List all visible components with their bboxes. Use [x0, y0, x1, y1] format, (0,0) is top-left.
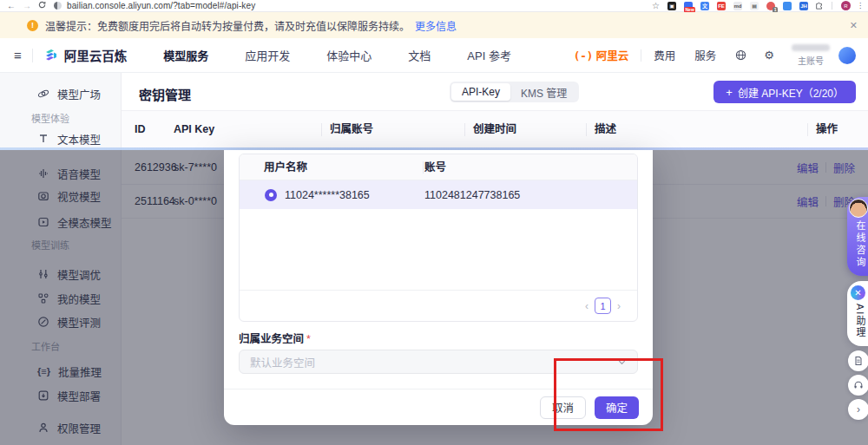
extension-icon-jh[interactable]: JH — [799, 2, 808, 10]
col-account: 账号 — [424, 154, 446, 180]
extension-icon-fe[interactable]: FE — [717, 2, 726, 10]
globe-icon[interactable] — [735, 49, 746, 61]
site-info-icon[interactable] — [54, 2, 62, 10]
app-root: ← → bailian.console.aliyun.com/?tab=mode… — [0, 0, 868, 445]
browser-profile-avatar[interactable]: R — [841, 1, 851, 10]
radio-selected-icon[interactable] — [265, 189, 277, 201]
extension-icon-md[interactable]: md — [733, 2, 742, 10]
toolbar-divider — [832, 2, 832, 10]
aliyun-logo-text: 阿里云 — [596, 50, 629, 62]
user-avatar[interactable] — [838, 47, 856, 64]
forward-icon[interactable]: → — [23, 2, 31, 10]
extension-icon[interactable]: ▣ — [667, 2, 676, 10]
top-navbar: ≡ 阿里云百炼 模型服务 应用开发 体验中心 文档 API 参考 (-) 阿里云… — [0, 38, 868, 73]
nav-divider — [32, 49, 33, 62]
annotation-red-rectangle — [554, 358, 663, 431]
user-name-value: 11024******38165 — [285, 189, 370, 201]
ai-assistant-icon — [851, 285, 865, 300]
banner-close-icon[interactable]: ✕ — [850, 20, 858, 31]
document-icon — [853, 356, 864, 366]
hamburger-menu-icon[interactable]: ≡ — [14, 48, 22, 62]
create-api-key-label: 创建 API-KEY（2/20） — [738, 85, 844, 100]
account-value: 1102481247738165 — [424, 189, 520, 201]
aliyun-logo[interactable]: (-) 阿里云 — [574, 47, 629, 63]
banner-more-info-link[interactable]: 更多信息 — [415, 18, 457, 33]
column-divider — [464, 123, 465, 136]
column-divider — [807, 123, 808, 136]
ai-assistant-label: AI助理 — [853, 304, 867, 338]
collapse-float-button[interactable]: › — [848, 399, 868, 420]
key-type-tabs: API-Key KMS 管理 — [450, 82, 579, 102]
brand-name: 阿里云百炼 — [64, 46, 128, 64]
workspace-field-label: 归属业务空间* — [239, 330, 311, 346]
translate-extension-icon[interactable]: 文 — [700, 2, 709, 10]
pagination: ‹ 1 › — [240, 290, 637, 321]
column-divider — [321, 123, 322, 136]
nav-item-experience-center[interactable]: 体验中心 — [326, 47, 372, 63]
user-select-table: 用户名称 账号 11024******38165 110248124773816… — [239, 154, 638, 322]
plus-icon: + — [726, 86, 733, 99]
table-header: ID API Key 归属账号 创建时间 描述 操作 — [122, 111, 868, 148]
sidebar-item-model-plaza[interactable]: 模型广场 — [0, 85, 122, 102]
workspace-label-text: 归属业务空间 — [239, 333, 304, 345]
nav-item-api-reference[interactable]: API 参考 — [467, 47, 511, 63]
column-divider — [586, 123, 587, 136]
nav-item-model-service[interactable]: 模型服务 — [163, 47, 208, 63]
banner-text: 温馨提示：免费额度用完后将自动转为按量付费，请及时充值以保障服务持续。 — [45, 18, 410, 33]
aliyun-bracket-icon: (-) — [574, 49, 594, 62]
col-id: ID — [135, 111, 146, 148]
nav-divider — [641, 49, 641, 62]
extension-icon-calendar[interactable]: ▤ — [750, 2, 759, 10]
tab-kms[interactable]: KMS 管理 — [510, 83, 577, 101]
page-next-icon[interactable]: › — [617, 300, 621, 312]
browser-toolbar: ← → bailian.console.aliyun.com/?tab=mode… — [0, 0, 868, 12]
extension-icon-new[interactable]: New — [684, 2, 693, 10]
headset-icon — [853, 380, 864, 390]
account-name-redacted — [792, 44, 830, 51]
warning-icon: ! — [27, 20, 38, 31]
col-description: 描述 — [595, 111, 616, 148]
page-header: 密钥管理 API-Key KMS 管理 + 创建 API-KEY（2/20） — [122, 73, 868, 111]
model-plaza-icon — [37, 88, 49, 100]
support-float-button[interactable] — [848, 375, 868, 396]
back-icon[interactable]: ← — [7, 2, 16, 10]
browser-menu-icon[interactable]: ⋮ — [857, 2, 864, 10]
reload-icon[interactable] — [38, 1, 46, 10]
bookmark-star-icon[interactable]: ☆ — [652, 1, 660, 10]
nav-item-app-dev[interactable]: 应用开发 — [245, 47, 290, 63]
sidebar-item-text-model[interactable]: 文本模型 — [0, 130, 122, 147]
nav-service-link[interactable]: 服务 — [694, 47, 716, 63]
topnav-right: (-) 阿里云 费用 服务 ⚙ 主账号 — [574, 44, 868, 67]
create-api-key-button[interactable]: + 创建 API-KEY（2/20） — [713, 81, 856, 103]
ai-assistant-widget[interactable]: AI助理 — [847, 281, 868, 346]
sidebar-item-label: 模型广场 — [57, 86, 101, 102]
bailian-logo-icon — [43, 48, 59, 63]
user-row-selected[interactable]: 11024******38165 1102481247738165 — [240, 180, 637, 209]
docs-float-button[interactable] — [848, 350, 868, 371]
text-model-icon — [37, 133, 49, 145]
account-type-label: 主账号 — [798, 54, 824, 67]
nav-item-docs[interactable]: 文档 — [408, 47, 431, 63]
tab-api-key[interactable]: API-Key — [451, 83, 510, 101]
page-title: 密钥管理 — [139, 85, 191, 103]
user-table-header: 用户名称 账号 — [240, 154, 637, 180]
online-consult-widget[interactable]: 在线咨询 — [847, 197, 868, 276]
chevron-right-icon: › — [857, 403, 860, 416]
notice-banner: ! 温馨提示：免费额度用完后将自动转为按量付费，请及时充值以保障服务持续。 更多… — [0, 12, 868, 38]
sidebar-section-model-experience: 模型体验 — [31, 111, 69, 125]
address-bar[interactable]: bailian.console.aliyun.com/?tab=model#/a… — [67, 1, 255, 10]
extension-icon-blue[interactable] — [783, 2, 792, 10]
extension-icon-red[interactable]: 1 — [766, 2, 775, 10]
required-asterisk: * — [306, 333, 311, 345]
bailian-logo[interactable]: 阿里云百炼 — [43, 46, 128, 64]
nav-fee-link[interactable]: 费用 — [654, 47, 675, 63]
col-owner-account: 归属账号 — [330, 111, 373, 148]
page-prev-icon[interactable]: ‹ — [585, 300, 589, 312]
column-divider — [423, 161, 424, 173]
page-number-button[interactable]: 1 — [595, 298, 611, 314]
settings-gear-icon[interactable]: ⚙ — [764, 49, 774, 61]
account-info[interactable]: 主账号 — [792, 44, 830, 67]
col-user-name: 用户名称 — [264, 154, 307, 180]
extensions-puzzle-icon[interactable] — [815, 1, 824, 11]
col-created-time: 创建时间 — [473, 111, 516, 148]
